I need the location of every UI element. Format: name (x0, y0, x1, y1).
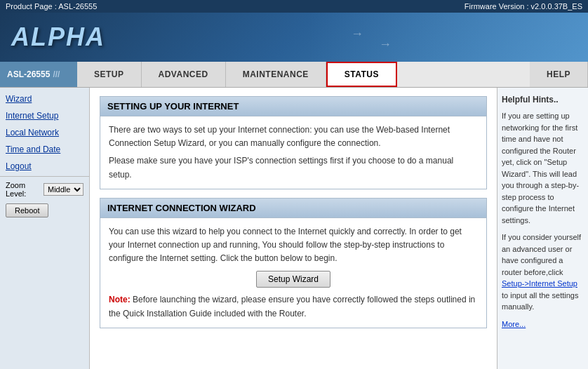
sidebar: Wizard Internet Setup Local Network Time… (0, 88, 90, 369)
tab-help[interactable]: HELP (530, 62, 588, 87)
logo: ALPHA (11, 22, 105, 52)
setup-internet-title: SETTING UP YOUR INTERNET (100, 97, 486, 116)
header-arrow-2: → (379, 37, 392, 52)
top-bar: Product Page : ASL-26555 Firmware Versio… (0, 0, 588, 13)
header: ALPHA → → (0, 13, 588, 62)
sidebar-item-time-and-date[interactable]: Time and Date (0, 141, 89, 158)
sidebar-item-local-network[interactable]: Local Network (0, 124, 89, 141)
setup-wizard-button[interactable]: Setup Wizard (256, 271, 330, 288)
tab-advanced[interactable]: ADVANCED (142, 62, 226, 87)
help-title: Helpful Hints.. (502, 93, 584, 106)
setup-internet-section: SETTING UP YOUR INTERNET There are two w… (100, 96, 487, 189)
help-para1: If you are setting up networking for the… (502, 110, 584, 226)
help-para2: If you consider yourself an advanced use… (502, 232, 584, 313)
wizard-body: You can use this wizard to help you conn… (100, 218, 486, 328)
sidebar-item-internet-setup[interactable]: Internet Setup (0, 107, 89, 124)
help-setup-link[interactable]: Setup->Internet Setup (502, 279, 577, 288)
content-area: SETTING UP YOUR INTERNET There are two w… (90, 88, 497, 369)
help-para2-text: If you consider yourself an advanced use… (502, 233, 581, 276)
wizard-note: Note: Before launching the wizard, pleas… (109, 293, 478, 320)
product-page-label: Product Page : ASL-26555 (6, 2, 97, 11)
help-more-link[interactable]: More... (502, 318, 584, 330)
zoom-label: Zoom Level: (6, 181, 41, 198)
nav-tabs: ASL-26555 /// SETUP ADVANCED MAINTENANCE… (0, 62, 588, 88)
setup-internet-line1: There are two ways to set up your Intern… (109, 123, 478, 150)
help-panel: Helpful Hints.. If you are setting up ne… (497, 88, 588, 369)
logo-alpha-text: ALPHA (11, 22, 105, 51)
sidebar-item-wizard[interactable]: Wizard (0, 90, 89, 107)
header-decoration (307, 13, 588, 62)
tab-setup[interactable]: SETUP (77, 62, 142, 87)
firmware-version-label: Firmware Version : v2.0.0.37B_ES (465, 2, 582, 11)
wizard-section: INTERNET CONNECTION WIZARD You can use t… (100, 198, 487, 328)
product-id-label: ASL-26555 /// (0, 62, 77, 87)
sidebar-divider (0, 176, 89, 177)
wizard-title: INTERNET CONNECTION WIZARD (100, 199, 486, 218)
sidebar-item-logout[interactable]: Logout (0, 158, 89, 175)
note-prefix: Note: (109, 295, 131, 304)
header-arrow-1: → (351, 27, 363, 41)
zoom-control: Zoom Level: Small Middle Large (0, 178, 89, 201)
wizard-line1: You can use this wizard to help you conn… (109, 225, 478, 266)
zoom-select[interactable]: Small Middle Large (44, 183, 83, 196)
tab-maintenance[interactable]: MAINTENANCE (226, 62, 326, 87)
setup-internet-body: There are two ways to set up your Intern… (100, 116, 486, 189)
note-body: Before launching the wizard, please ensu… (109, 295, 475, 318)
tab-status[interactable]: STATUS (326, 62, 397, 87)
help-para3-text: to input all the settings manually. (502, 291, 578, 311)
reboot-button[interactable]: Reboot (6, 203, 48, 217)
main-layout: Wizard Internet Setup Local Network Time… (0, 88, 588, 369)
setup-internet-line2: Please make sure you have your ISP's con… (109, 154, 478, 181)
